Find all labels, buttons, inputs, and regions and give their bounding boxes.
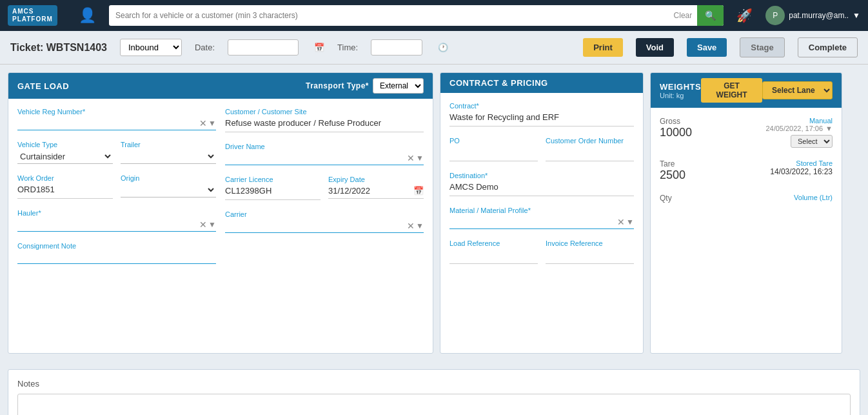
expiry-date-group: Expiry Date 31/12/2022 📅 xyxy=(328,176,424,200)
tare-date: 14/03/2022, 16:23 xyxy=(770,167,833,176)
vehicle-type-group: Vehicle Type Curtainsider xyxy=(17,141,113,164)
rocket-icon[interactable]: 🚀 xyxy=(736,8,753,23)
vehicle-reg-input[interactable]: GH67HJU (Customer Owned) xyxy=(17,119,198,128)
tare-value: 2500 xyxy=(660,168,686,182)
contract-body: Contract* Waste for Recycling and ERF PO… xyxy=(440,93,643,283)
weights-title: WEIGHTS xyxy=(660,82,701,92)
destination-group: Destination* AMCS Demo xyxy=(449,172,634,196)
carrier-licence-label: Carrier Licence xyxy=(225,176,321,183)
expiry-date-row: 31/12/2022 📅 xyxy=(328,186,424,199)
hauler-dropdown-icon[interactable]: ▼ xyxy=(208,220,216,229)
expiry-date-cal-icon[interactable]: 📅 xyxy=(413,186,424,196)
driver-name-label: Driver Name xyxy=(225,143,424,150)
driver-name-group: Driver Name Tom Jones ✕ ▼ xyxy=(225,143,424,165)
vehicle-type-select-row: Curtainsider xyxy=(17,151,113,164)
customer-order-value xyxy=(546,147,634,161)
vehicle-reg-label: Vehicle Reg Number* xyxy=(17,108,216,116)
carrier-input[interactable]: Customer Owned - Customer Owned xyxy=(225,221,406,231)
stage-button[interactable]: Stage xyxy=(740,37,784,57)
gate-load-header: GATE LOAD Transport Type* External Inter… xyxy=(8,73,433,99)
hauler-group: Hauler* Customer Owned - Customer Owned … xyxy=(17,209,216,232)
select-lane-dropdown[interactable]: Select Lane xyxy=(762,81,833,99)
driver-name-dropdown-icon[interactable]: ▼ xyxy=(416,154,424,163)
consignment-note-input[interactable] xyxy=(17,252,216,262)
material-dropdown-icon[interactable]: ▼ xyxy=(626,218,634,227)
carrier-clear-icon[interactable]: ✕ xyxy=(406,221,416,231)
profile-dropdown-icon[interactable]: ▼ xyxy=(853,11,860,20)
material-clear-icon[interactable]: ✕ xyxy=(616,217,626,227)
tare-weight-row: Tare 2500 Stored Tare 14/03/2022, 16:23 xyxy=(660,159,833,182)
date-input[interactable]: 24/05/2022 xyxy=(228,39,299,56)
app-logo: AMCS PLATFORM xyxy=(8,5,66,26)
transport-type-select[interactable]: External Internal xyxy=(373,78,424,94)
origin-label: Origin xyxy=(121,174,216,182)
vehicle-type-select[interactable]: Curtainsider xyxy=(17,151,113,162)
main-content: GATE LOAD Transport Type* External Inter… xyxy=(0,65,868,361)
gross-select[interactable]: Select xyxy=(791,135,833,148)
consignment-note-label: Consignment Note xyxy=(17,242,216,250)
origin-select-row xyxy=(121,185,216,197)
hauler-input-row: Customer Owned - Customer Owned ✕ ▼ xyxy=(17,219,216,232)
carrier-licence-group: Carrier Licence CL12398GH xyxy=(225,176,321,200)
notes-textarea[interactable] xyxy=(17,394,851,415)
hauler-label: Hauler* xyxy=(17,209,216,217)
print-button[interactable]: Print xyxy=(583,38,623,57)
tare-label: Tare xyxy=(660,159,686,168)
search-button[interactable]: 🔍 xyxy=(697,5,724,26)
user-icon[interactable]: 👤 xyxy=(79,7,96,24)
carrier-dropdown-icon[interactable]: ▼ xyxy=(416,221,424,230)
driver-name-clear-icon[interactable]: ✕ xyxy=(406,153,416,163)
invoice-reference-group: Invoice Reference xyxy=(546,239,634,264)
material-input[interactable]: Combustible waste / Combustible Waste Do… xyxy=(449,218,616,227)
direction-select[interactable]: Inbound Outbound xyxy=(120,39,182,56)
load-reference-group: Load Reference xyxy=(449,239,538,264)
ticket-id: Ticket: WBTSN1403 xyxy=(10,42,107,54)
ticket-bar: Ticket: WBTSN1403 Inbound Outbound Date:… xyxy=(0,31,868,65)
clear-search-button[interactable]: Clear xyxy=(669,11,698,20)
carrier-licence-value: CL12398GH xyxy=(225,186,321,200)
contract-header: CONTRACT & PRICING xyxy=(440,73,643,93)
expiry-date-value: 31/12/2022 xyxy=(328,186,413,196)
notes-section: Notes xyxy=(0,361,868,415)
search-input[interactable] xyxy=(109,11,669,20)
date-label: Date: xyxy=(195,43,215,52)
profile-menu[interactable]: P pat.murray@am.. ▼ xyxy=(765,6,860,25)
contract-label: Contract* xyxy=(449,102,634,110)
gate-load-form-section: Vehicle Reg Number* GH67HJU (Customer Ow… xyxy=(17,108,424,274)
void-button[interactable]: Void xyxy=(636,38,674,57)
customer-site-label: Customer / Customer Site xyxy=(225,108,424,116)
load-invoice-reference-row: Load Reference Invoice Reference xyxy=(449,239,634,274)
gross-select-row: Select xyxy=(791,135,833,148)
transport-type-label: Transport Type* xyxy=(306,81,369,90)
work-order-origin-row: Work Order ORD1851 Origin xyxy=(17,174,216,209)
search-bar: Clear 🔍 xyxy=(109,5,724,26)
qty-label: Qty xyxy=(660,194,672,203)
notes-panel: Notes xyxy=(8,369,860,415)
hauler-input[interactable]: Customer Owned - Customer Owned xyxy=(17,220,198,230)
vehicle-type-trailer-row: Vehicle Type Curtainsider Trailer xyxy=(17,141,216,174)
save-button[interactable]: Save xyxy=(687,38,727,57)
volume-right: Volume (Ltr) xyxy=(794,194,833,201)
origin-select[interactable] xyxy=(121,185,216,196)
avatar: P xyxy=(765,6,785,25)
complete-button[interactable]: Complete xyxy=(798,37,858,57)
calendar-icon[interactable]: 📅 xyxy=(314,43,324,52)
tare-type-label: Stored Tare xyxy=(796,159,833,167)
carrier-licence-expiry-row: Carrier Licence CL12398GH Expiry Date 31… xyxy=(225,176,424,210)
vehicle-reg-clear-icon[interactable]: ✕ xyxy=(198,118,208,128)
get-weight-button[interactable]: GET WEIGHT xyxy=(701,78,762,103)
topnav: AMCS PLATFORM 👤 Clear 🔍 🚀 P pat.murray@a… xyxy=(0,0,868,31)
trailer-select[interactable] xyxy=(121,151,216,162)
carrier-label: Carrier xyxy=(225,210,424,218)
gate-load-left-col: Vehicle Reg Number* GH67HJU (Customer Ow… xyxy=(17,108,216,274)
clock-icon[interactable]: 🕐 xyxy=(438,43,448,52)
vehicle-reg-dropdown-icon[interactable]: ▼ xyxy=(208,119,216,128)
origin-group: Origin xyxy=(121,174,216,199)
weights-body: Gross 10000 Manual 24/05/2022, 17:06 ▼ S… xyxy=(651,108,842,223)
profile-name: pat.murray@am.. xyxy=(789,11,849,20)
vehicle-reg-group: Vehicle Reg Number* GH67HJU (Customer Ow… xyxy=(17,108,216,130)
hauler-clear-icon[interactable]: ✕ xyxy=(198,219,208,230)
time-input[interactable]: 17:06 xyxy=(371,39,422,56)
gross-dropdown-icon[interactable]: ▼ xyxy=(825,125,833,132)
driver-name-input[interactable]: Tom Jones xyxy=(225,154,406,163)
